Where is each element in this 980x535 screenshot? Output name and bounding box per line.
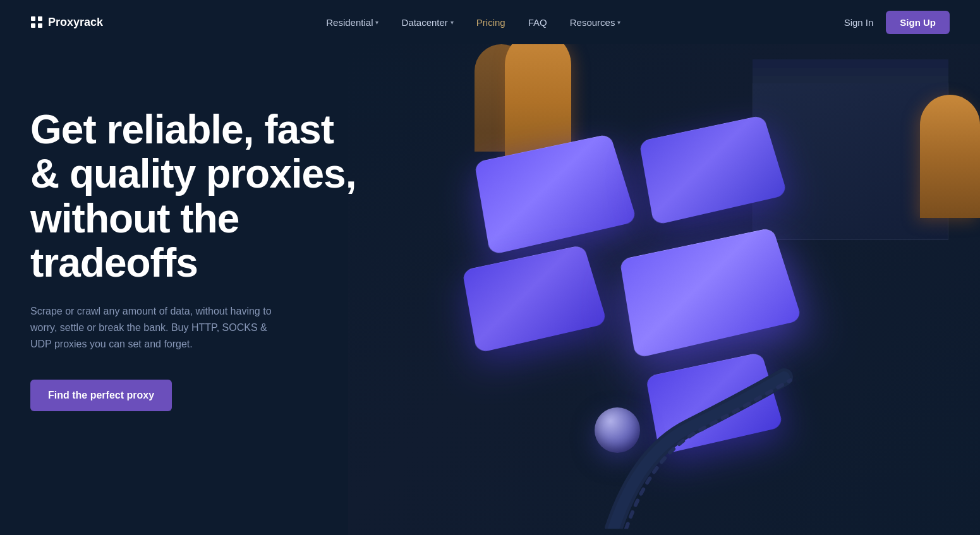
svg-rect-2	[31, 23, 35, 28]
chevron-down-icon: ▾	[451, 19, 454, 26]
float-card-2	[639, 115, 787, 225]
nav-actions: Sign In Sign Up	[844, 11, 950, 34]
nav-item-residential[interactable]: Residential ▾	[326, 17, 378, 28]
signin-button[interactable]: Sign In	[844, 17, 874, 28]
hero-title: Get reliable, fast & quality proxies, wi…	[30, 107, 359, 286]
chevron-down-icon: ▾	[617, 19, 620, 26]
logo-icon	[30, 16, 43, 28]
curved-track	[563, 327, 847, 529]
hero-subtitle: Scrape or crawl any amount of data, with…	[30, 303, 283, 353]
cta-button[interactable]: Find the perfect proxy	[30, 380, 172, 411]
logo[interactable]: Proxyrack	[30, 16, 103, 29]
nav-item-datacenter[interactable]: Datacenter ▾	[401, 17, 453, 28]
svg-rect-3	[38, 23, 42, 28]
nav-item-pricing[interactable]: Pricing	[476, 17, 505, 28]
svg-rect-0	[31, 16, 35, 21]
navbar: Proxyrack Residential ▾ Datacenter ▾ Pri…	[0, 0, 980, 44]
nav-links: Residential ▾ Datacenter ▾ Pricing FAQ R…	[326, 17, 620, 28]
chevron-down-icon: ▾	[375, 19, 378, 26]
hero-scene	[348, 44, 980, 535]
svg-rect-1	[38, 16, 42, 21]
brand-name: Proxyrack	[48, 16, 103, 29]
nav-item-faq[interactable]: FAQ	[528, 17, 547, 28]
arch-decoration-right	[920, 95, 980, 218]
hero-content: Get reliable, fast & quality proxies, wi…	[30, 95, 359, 411]
hero-section: Get reliable, fast & quality proxies, wi…	[0, 44, 980, 535]
float-card-1	[475, 134, 638, 255]
signup-button[interactable]: Sign Up	[886, 11, 950, 34]
nav-item-resources[interactable]: Resources ▾	[570, 17, 621, 28]
